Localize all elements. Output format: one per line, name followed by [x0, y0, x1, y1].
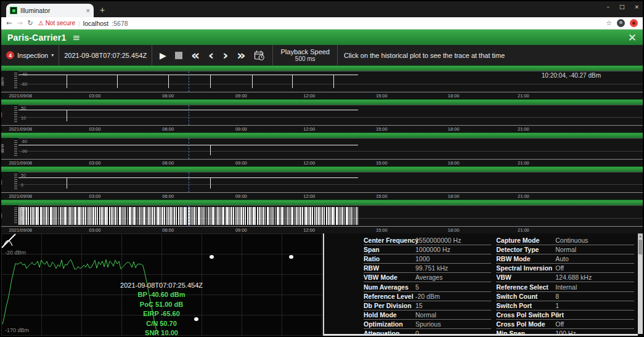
trace-spike — [67, 75, 67, 88]
fast-forward-button[interactable]: » — [237, 49, 245, 62]
address-bar: ← → ↻ ⚠ Not secure | localhost :5678 ☆ — [1, 17, 643, 30]
history-chart[interactable]: SNR dB 500 2021/09/0803:0006:0009:0012:0… — [1, 200, 643, 233]
table-row[interactable]: RBW ModeAuto — [496, 254, 634, 264]
x-tick-label: 09:00 — [235, 160, 247, 166]
table-row[interactable]: Num Averages5 — [364, 282, 491, 291]
not-secure-chip[interactable]: ⚠ Not secure — [38, 20, 75, 26]
time-cursor[interactable] — [189, 139, 189, 159]
forward-icon[interactable]: → — [17, 19, 22, 27]
chart-plot[interactable]: 500 — [18, 205, 643, 226]
chart-title-bar: C/N — [1, 166, 643, 172]
playback-speed-control[interactable]: Playback Speed 500 ms — [273, 45, 337, 65]
x-tick-label: 03:00 — [89, 93, 101, 99]
url-field[interactable]: ⚠ Not secure | localhost :5678 — [38, 20, 601, 27]
table-row[interactable]: VBW124.688 kHz — [496, 273, 634, 282]
inspection-dropdown[interactable]: 4 Inspection ▾ — [1, 45, 59, 65]
chart-plot[interactable]: 500 — [18, 172, 643, 193]
scrollbar-thumb[interactable] — [638, 240, 642, 254]
scrollbar-vertical[interactable]: ▲ — [638, 233, 643, 334]
reload-icon[interactable]: ↻ — [27, 19, 33, 27]
back-icon[interactable]: ← — [6, 19, 12, 27]
page-title: Paris-Carrier1 — [7, 33, 66, 43]
table-row[interactable]: Span1000000 Hz — [364, 245, 491, 254]
table-row[interactable]: Switch Count8 — [496, 292, 634, 301]
maximize-icon[interactable]: □ — [619, 4, 625, 10]
stop-button[interactable] — [175, 52, 182, 59]
y-axis-unit: dB — [0, 179, 2, 185]
panel-close-icon[interactable]: ✕ — [628, 31, 637, 44]
browser-tab[interactable]: Illuminator × — [6, 4, 94, 17]
rewind-button[interactable]: « — [191, 49, 200, 62]
overlay-metric: EIRP -65.60 — [75, 309, 248, 319]
setting-value: 2 — [555, 311, 559, 319]
table-row[interactable]: Attenuation0 — [364, 329, 491, 337]
step-back-button[interactable]: ‹ — [208, 49, 214, 62]
table-row[interactable]: Ratio1000 — [364, 254, 491, 264]
calendar-icon[interactable] — [254, 50, 265, 61]
table-row[interactable]: Switch Port1 — [496, 301, 634, 311]
history-chart[interactable]: C/N dB 500 2021/09/0803:0006:0009:0012:0… — [1, 166, 643, 200]
x-tick-label: 2021/09/08 — [9, 126, 32, 132]
x-tick-label: 12:00 — [303, 227, 315, 233]
time-cursor[interactable] — [189, 206, 189, 226]
chevron-down-icon: ▾ — [51, 52, 54, 58]
table-row[interactable]: Cross Pol ModeOff — [496, 320, 634, 329]
setting-value: 1 — [555, 302, 559, 309]
time-cursor[interactable] — [189, 173, 189, 193]
table-row[interactable]: Reference SelectInternal — [496, 282, 634, 291]
minimize-icon[interactable]: – — [606, 4, 609, 10]
table-row[interactable]: Cross Pol Switch Port2 — [496, 311, 634, 320]
table-row[interactable]: Capture ModeContinuous — [496, 236, 634, 245]
window-close-icon[interactable]: × — [634, 4, 639, 10]
playback-speed-label: Playback Speed — [280, 48, 330, 55]
play-button[interactable]: ▶ — [160, 51, 166, 60]
chart-plot[interactable]: -40-6010:20:04, -40.27 dBm — [18, 71, 643, 92]
chart-title-bar: Band Power — [1, 65, 643, 71]
bookmark-icon[interactable]: ☆ — [606, 19, 612, 27]
x-tick-label: 06:00 — [162, 160, 174, 166]
chart-plot[interactable]: -60-90 — [18, 138, 643, 159]
playback-speed-value: 500 ms — [295, 55, 316, 62]
setting-value: Averages — [415, 274, 442, 281]
history-chart[interactable]: EIRP dBW -60-90 2021/09/0803:0006:0009:0… — [1, 132, 643, 166]
y-value-label: 0 — [21, 183, 23, 187]
setting-label: Num Averages — [364, 283, 415, 291]
x-tick-label: 06:00 — [162, 227, 174, 233]
tab-close-icon[interactable]: × — [86, 7, 90, 14]
scroll-up-icon[interactable]: ▲ — [638, 233, 643, 239]
setting-value: 8 — [555, 293, 559, 300]
table-row[interactable]: Hold ModeNormal — [364, 311, 491, 320]
table-row[interactable]: Db Per Division15 — [364, 301, 491, 311]
history-chart[interactable]: Presence of a Carrier dB 5010 2021/09/08… — [1, 99, 643, 133]
x-tick-label: 2021/09/08 — [9, 93, 32, 99]
scrollbar-horizontal[interactable] — [324, 334, 638, 336]
table-row[interactable]: Detector TypeNormal — [496, 245, 634, 254]
table-row[interactable]: Min Span100 Hz — [496, 329, 634, 337]
time-cursor[interactable] — [189, 105, 189, 126]
table-row[interactable]: RBW99.751 kHz — [364, 264, 491, 273]
table-row[interactable]: Center Frequency1550000000 Hz — [364, 236, 491, 245]
marker-off-icon[interactable] — [1, 233, 20, 248]
chart-title-bar: EIRP — [1, 132, 643, 138]
table-row[interactable]: OptimizationSpurious — [364, 320, 491, 329]
extension-icon[interactable] — [630, 19, 638, 27]
profile-avatar[interactable] — [617, 19, 625, 27]
table-row[interactable]: VBW ModeAverages — [364, 273, 491, 282]
chart-plot[interactable]: 5010 — [18, 105, 643, 126]
y-axis: dB — [1, 172, 18, 193]
x-tick-label: 15:00 — [376, 160, 388, 166]
hamburger-menu-icon[interactable]: ≡ — [72, 32, 80, 43]
step-forward-button[interactable]: › — [222, 49, 228, 62]
tab-title: Illuminator — [20, 7, 83, 14]
table-row[interactable]: Reference Level-20 dBm — [364, 292, 491, 301]
chart-title-bar: Presence of a Carrier — [1, 99, 643, 105]
time-cursor[interactable] — [189, 71, 189, 92]
trace-spike — [252, 75, 253, 88]
x-axis: 2021/09/0803:0006:0009:0012:0015:0018:00… — [1, 92, 643, 99]
x-axis: 2021/09/0803:0006:0009:0012:0015:0018:00… — [1, 159, 643, 166]
table-row[interactable]: Spectral InversionOff — [496, 264, 634, 273]
spectrum-plot[interactable]: -20 dBm -170 dBm 2021-09-08T07:07:25.454… — [1, 233, 323, 336]
setting-label: Detector Type — [496, 246, 555, 253]
new-tab-button[interactable]: + — [100, 5, 105, 15]
history-chart[interactable]: Band Power dBm -40-6010:20:04, -40.27 dB… — [1, 65, 643, 99]
